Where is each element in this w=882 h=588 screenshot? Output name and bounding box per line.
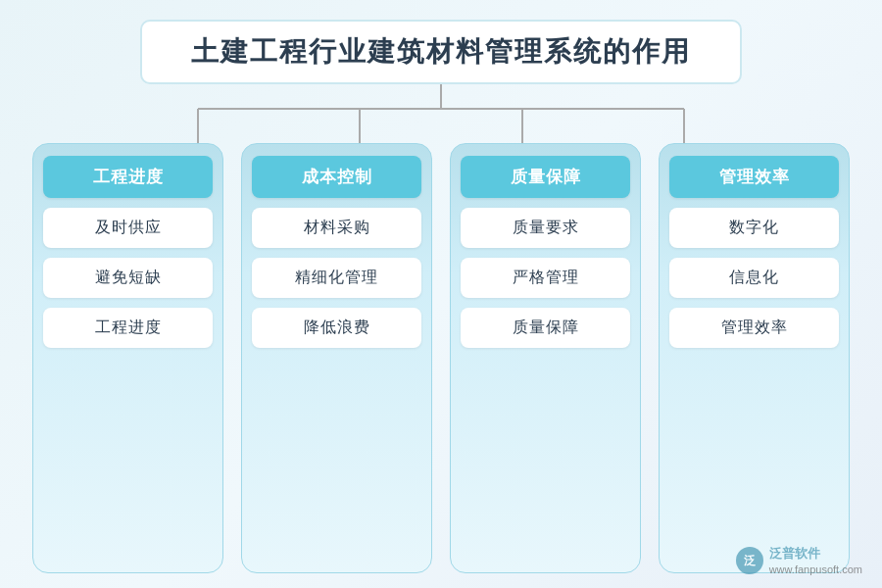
column-0: 工程进度及时供应避免短缺工程进度: [32, 143, 223, 573]
column-1-header: 成本控制: [252, 156, 421, 198]
page-wrapper: 土建工程行业建筑材料管理系统的作用 工程进度及时供应避免短缺工程进度成本控制材料…: [0, 0, 882, 588]
column-2-item-2: 质量保障: [461, 308, 630, 348]
column-0-item-1: 避免短缺: [43, 258, 213, 298]
watermark-text: 泛普软件 www.fanpusoft.com: [769, 546, 862, 576]
column-3: 管理效率数字化信息化管理效率: [659, 143, 850, 573]
column-1-item-2: 降低浪费: [252, 308, 421, 348]
column-3-item-0: 数字化: [669, 208, 839, 248]
watermark-icon: 泛: [736, 547, 763, 574]
column-1: 成本控制材料采购精细化管理降低浪费: [241, 143, 432, 573]
column-0-item-2: 工程进度: [43, 308, 213, 348]
column-3-header: 管理效率: [669, 156, 839, 198]
column-0-item-0: 及时供应: [43, 208, 213, 248]
column-2-item-0: 质量要求: [461, 208, 630, 248]
connector-svg: [118, 84, 764, 143]
column-2-header: 质量保障: [461, 156, 630, 198]
columns-container: 工程进度及时供应避免短缺工程进度成本控制材料采购精细化管理降低浪费质量保障质量要…: [29, 143, 853, 573]
column-3-item-1: 信息化: [669, 258, 839, 298]
column-1-item-0: 材料采购: [252, 208, 421, 248]
watermark-brand: 泛普软件: [769, 546, 862, 563]
page-title: 土建工程行业建筑材料管理系统的作用: [191, 36, 691, 67]
column-2-item-1: 严格管理: [461, 258, 630, 298]
watermark-url: www.fanpusoft.com: [769, 563, 862, 576]
title-box: 土建工程行业建筑材料管理系统的作用: [140, 20, 742, 84]
column-2: 质量保障质量要求严格管理质量保障: [450, 143, 641, 573]
column-0-header: 工程进度: [43, 156, 213, 198]
watermark: 泛 泛普软件 www.fanpusoft.com: [736, 546, 862, 576]
column-1-item-1: 精细化管理: [252, 258, 421, 298]
column-3-item-2: 管理效率: [669, 308, 839, 348]
connector-area: [118, 84, 764, 143]
